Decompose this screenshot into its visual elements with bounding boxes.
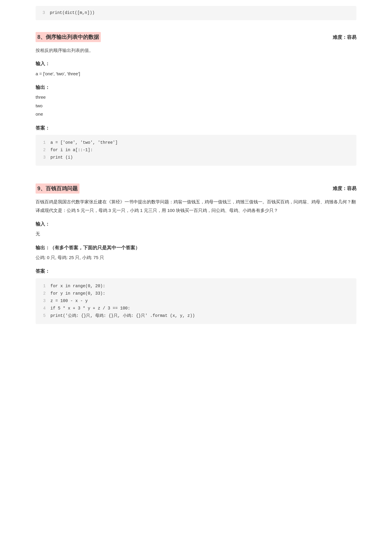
section-8-title: 8、倒序输出列表中的数据 — [36, 32, 101, 42]
section-9-code-block: 1 for x in range(0, 20): 2 for y in rang… — [36, 278, 356, 324]
code-content: print (i) — [50, 154, 73, 161]
code-content: if 5 * x + 3 * y + z / 3 == 100: — [50, 305, 130, 312]
section-8-code-line-3: 3 print (i) — [41, 154, 351, 161]
section-8-output: 输出： three two one — [36, 83, 356, 119]
section-9-header: 9、百钱百鸡问题 难度：容易 — [36, 183, 356, 194]
code-line-top-1: 3 print(dict([m,n])) — [40, 9, 352, 17]
page-container: 3 print(dict([m,n])) 8、倒序输出列表中的数据 难度：容易 … — [0, 0, 392, 360]
section-9-code-line-1: 1 for x in range(0, 20): — [41, 282, 351, 290]
line-number: 4 — [41, 305, 46, 312]
code-content: for i in a[::-1]: — [50, 146, 93, 154]
section-9-code-line-2: 2 for y in range(0, 33): — [41, 290, 351, 297]
section-8-output-label: 输出： — [36, 83, 356, 91]
section-9-title: 9、百钱百鸡问题 — [36, 183, 79, 194]
line-number: 1 — [41, 282, 46, 290]
line-number: 3 — [40, 9, 45, 17]
section-8-input: 输入： a = ['one', 'two', 'three'] — [36, 60, 356, 78]
line-number: 3 — [41, 297, 46, 305]
section-9-code-line-3: 3 z = 100 - x - y — [41, 297, 351, 305]
section-9-output-value: 公鸡: 0 只, 母鸡: 25 只, 小鸡: 75 只 — [36, 253, 356, 262]
section-9-input: 输入： 无 — [36, 220, 356, 238]
top-code-block: 3 print(dict([m,n])) — [36, 6, 356, 20]
section-8-answer-label: 答案： — [36, 124, 356, 132]
section-9-difficulty: 难度：容易 — [333, 184, 356, 192]
section-9-answer: 答案： 1 for x in range(0, 20): 2 for y in … — [36, 267, 356, 324]
section-8-input-label: 输入： — [36, 60, 356, 68]
code-content: print(dict([m,n])) — [50, 9, 95, 17]
line-number: 5 — [41, 312, 46, 320]
section-9-code-line-5: 5 print('公鸡: {}只, 母鸡: {}只, 小鸡: {}只' .for… — [41, 312, 351, 320]
section-9-input-value: 无 — [36, 230, 356, 238]
line-number: 1 — [41, 139, 46, 146]
section-9-code-line-4: 4 if 5 * x + 3 * y + z / 3 == 100: — [41, 305, 351, 312]
line-number: 3 — [41, 154, 46, 161]
section-8-answer: 答案： 1 a = ['one', 'two', 'three'] 2 for … — [36, 124, 356, 166]
code-content: a = ['one', 'two', 'three'] — [50, 139, 118, 146]
section-9-description: 百钱百鸡是我国古代数学家张丘建在《算经》一书中提出的数学问题：鸡翁一值钱五，鸡母… — [36, 198, 356, 215]
section-8-code-line-1: 1 a = ['one', 'two', 'three'] — [41, 139, 351, 146]
section-8-difficulty: 难度：容易 — [333, 33, 356, 41]
line-number: 2 — [41, 290, 46, 297]
line-number: 2 — [41, 146, 46, 154]
section-8-description: 按相反的顺序输出列表的值。 — [36, 46, 356, 54]
section-8-output-line-3: one — [36, 110, 356, 119]
section-9: 9、百钱百鸡问题 难度：容易 百钱百鸡是我国古代数学家张丘建在《算经》一书中提出… — [36, 183, 356, 324]
code-content: for y in range(0, 33): — [50, 290, 105, 297]
section-9-answer-label: 答案： — [36, 267, 356, 275]
code-content: for x in range(0, 20): — [50, 282, 105, 290]
section-8-input-value: a = ['one', 'two', 'three'] — [36, 70, 356, 78]
section-8-output-line-1: three — [36, 93, 356, 102]
section-8: 8、倒序输出列表中的数据 难度：容易 按相反的顺序输出列表的值。 输入： a =… — [36, 32, 356, 166]
section-9-output: 输出：（有多个答案，下面的只是其中一个答案） 公鸡: 0 只, 母鸡: 25 只… — [36, 244, 356, 262]
section-8-code-block: 1 a = ['one', 'two', 'three'] 2 for i in… — [36, 135, 356, 166]
section-8-header: 8、倒序输出列表中的数据 难度：容易 — [36, 32, 356, 42]
section-8-code-line-2: 2 for i in a[::-1]: — [41, 146, 351, 154]
code-content: print('公鸡: {}只, 母鸡: {}只, 小鸡: {}只' .forma… — [50, 312, 195, 320]
section-9-output-label: 输出：（有多个答案，下面的只是其中一个答案） — [36, 244, 356, 252]
section-9-input-label: 输入： — [36, 220, 356, 228]
section-8-output-line-2: two — [36, 102, 356, 110]
code-content: z = 100 - x - y — [50, 297, 88, 305]
